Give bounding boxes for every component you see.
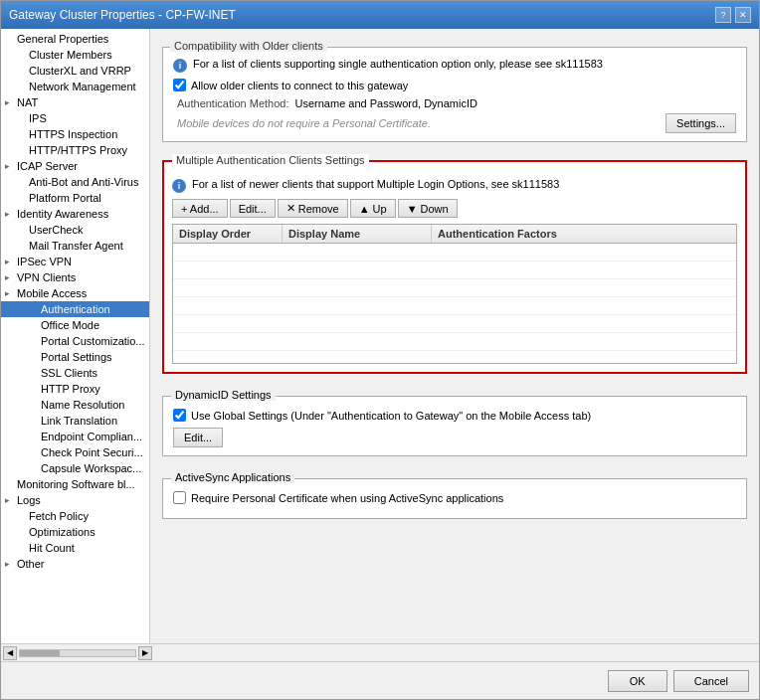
sidebar-item-general-properties[interactable]: General Properties [1,31,149,47]
sidebar-item-icap-server[interactable]: ▸ICAP Server [1,158,149,174]
activesync-section: ActiveSync Applications Require Personal… [162,478,747,519]
bottom-scroll-area: ◀ ▶ [1,643,759,661]
sidebar-item-mobile-access[interactable]: ▸Mobile Access [1,285,149,301]
down-arrow-icon: ▼ [407,203,418,215]
auth-method-row: Authentication Method: Username and Pass… [173,97,736,109]
multi-auth-box: Multiple Authentication Clients Settings… [162,160,747,374]
sidebar-item-http-proxy[interactable]: HTTP Proxy [1,381,149,397]
sidebar-item-label: VPN Clients [17,271,76,283]
sidebar-item-label: ICAP Server [17,160,78,172]
titlebar: Gateway Cluster Properties - CP-FW-INET … [1,1,759,29]
sidebar: General PropertiesCluster MembersCluster… [1,29,150,643]
sidebar-item-hit-count[interactable]: Hit Count [1,540,149,556]
dynamicid-checkbox[interactable] [173,409,186,422]
sidebar-item-checkpoint-security[interactable]: Check Point Securi... [1,444,149,460]
sidebar-item-fetch-policy[interactable]: Fetch Policy [1,508,149,524]
col-auth-factors: Authentication Factors [432,225,736,243]
sidebar-item-ssl-clients[interactable]: SSL Clients [1,365,149,381]
sidebar-item-label: General Properties [17,33,108,45]
main-window: Gateway Cluster Properties - CP-FW-INET … [0,0,760,700]
remove-button[interactable]: ✕ Remove [278,199,348,218]
right-panel: Compatibility with Older clients i For a… [150,29,759,643]
sidebar-item-mail-transfer[interactable]: Mail Transfer Agent [1,238,149,254]
sidebar-item-label: HTTP Proxy [41,383,100,395]
dynamicid-edit-button[interactable]: Edit... [173,428,223,447]
table-body [173,244,736,363]
sidebar-item-label: Network Management [29,81,136,92]
window-title: Gateway Cluster Properties - CP-FW-INET [9,8,236,22]
toolbar: + Add... Edit... ✕ Remove ▲ Up ▼ Down [172,199,737,218]
compat-section-title: Compatibility with Older clients [170,40,327,52]
compat-checkbox[interactable] [173,79,186,91]
sidebar-item-vpn-clients[interactable]: ▸VPN Clients [1,269,149,285]
activesync-checkbox[interactable] [173,491,186,504]
sidebar-item-label: Authentication [41,303,110,315]
remove-icon: ✕ [286,202,295,215]
auth-table: Display Order Display Name Authenticatio… [172,224,737,364]
settings-button[interactable]: Settings... [665,113,736,133]
sidebar-item-label: Anti-Bot and Anti-Virus [29,176,138,188]
titlebar-buttons: ? ✕ [715,7,751,23]
compat-info-row: i For a list of clients supporting singl… [173,58,736,73]
sidebar-item-monitoring-software[interactable]: Monitoring Software bl... [1,476,149,492]
scroll-right-btn[interactable]: ▶ [138,646,152,660]
dynamicid-section: DynamicID Settings Use Global Settings (… [162,396,747,456]
auth-method-value: Username and Password, DynamicID [295,97,477,109]
down-button[interactable]: ▼ Down [398,199,458,218]
table-row [173,262,736,279]
multi-auth-info-text: For a list of newer clients that support… [192,178,559,190]
ok-button[interactable]: OK [608,670,667,692]
remove-label: Remove [298,203,339,215]
sidebar-item-network-management[interactable]: Network Management [1,79,149,94]
sidebar-item-office-mode[interactable]: Office Mode [1,317,149,333]
sidebar-item-http-https-proxy[interactable]: HTTP/HTTPS Proxy [1,142,149,158]
help-button[interactable]: ? [715,7,731,23]
sidebar-item-capsule-workspace[interactable]: Capsule Workspac... [1,460,149,476]
sidebar-item-label: Check Point Securi... [41,446,143,458]
sidebar-item-optimizations[interactable]: Optimizations [1,524,149,540]
sidebar-item-other[interactable]: ▸Other [1,556,149,572]
scroll-track [19,649,136,657]
activesync-box: ActiveSync Applications Require Personal… [162,478,747,519]
sidebar-item-nat[interactable]: ▸NAT [1,94,149,110]
sidebar-item-label: SSL Clients [41,367,97,379]
table-row [173,333,736,351]
sidebar-item-ips[interactable]: IPS [1,110,149,126]
sidebar-item-https-inspection[interactable]: HTTPS Inspection [1,126,149,142]
sidebar-item-label: Office Mode [41,319,99,331]
sidebar-item-authentication[interactable]: Authentication [1,301,149,317]
compat-checkbox-row: Allow older clients to connect to this g… [173,79,736,91]
sidebar-item-clusterxl-vrrp[interactable]: ClusterXL and VRRP [1,63,149,79]
sidebar-item-label: Platform Portal [29,192,101,204]
sidebar-item-ipsec-vpn[interactable]: ▸IPSec VPN [1,254,149,269]
sidebar-item-usercheck[interactable]: UserCheck [1,222,149,238]
sidebar-item-label: Optimizations [29,526,95,538]
scroll-left-btn[interactable]: ◀ [3,646,17,660]
sidebar-item-anti-bot[interactable]: Anti-Bot and Anti-Virus [1,174,149,190]
dynamicid-checkbox-label: Use Global Settings (Under "Authenticati… [191,410,591,422]
expand-icon: ▸ [5,257,15,266]
sidebar-item-logs[interactable]: ▸Logs [1,492,149,508]
sidebar-item-identity-awareness[interactable]: ▸Identity Awareness [1,206,149,222]
edit-button[interactable]: Edit... [230,199,276,218]
add-button[interactable]: + Add... [172,199,228,218]
dynamicid-box: DynamicID Settings Use Global Settings (… [162,396,747,456]
sidebar-item-portal-settings[interactable]: Portal Settings [1,349,149,365]
sidebar-item-label: Mobile Access [17,287,87,299]
sidebar-item-link-translation[interactable]: Link Translation [1,413,149,429]
sidebar-item-cluster-members[interactable]: Cluster Members [1,47,149,63]
sidebar-item-portal-customization[interactable]: Portal Customizatio... [1,333,149,349]
sidebar-item-endpoint-compliance[interactable]: Endpoint Complian... [1,429,149,444]
sidebar-item-name-resolution[interactable]: Name Resolution [1,397,149,413]
content-area: General PropertiesCluster MembersCluster… [1,29,759,643]
multi-auth-info-row: i For a list of newer clients that suppo… [172,178,737,193]
cancel-button[interactable]: Cancel [673,670,749,692]
dynamicid-checkbox-row: Use Global Settings (Under "Authenticati… [173,409,736,422]
sidebar-item-platform-portal[interactable]: Platform Portal [1,190,149,206]
col-display-name: Display Name [283,225,432,243]
up-label: Up [373,203,387,215]
close-button[interactable]: ✕ [735,7,751,23]
sidebar-item-label: IPSec VPN [17,256,72,267]
sidebar-item-label: IPS [29,112,47,124]
up-button[interactable]: ▲ Up [350,199,396,218]
